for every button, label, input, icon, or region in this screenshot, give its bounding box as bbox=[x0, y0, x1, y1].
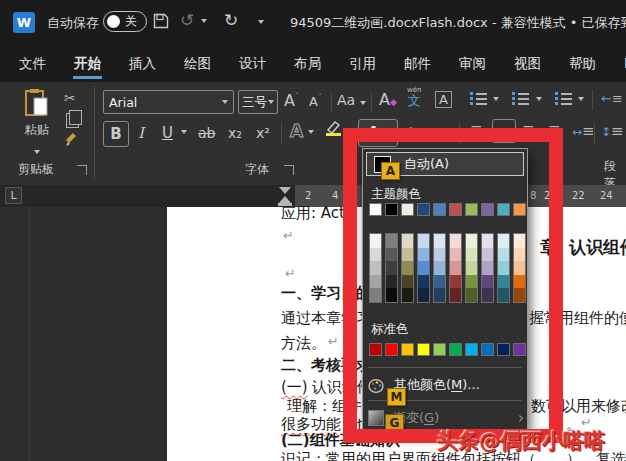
redo-icon[interactable]: ↻ bbox=[224, 10, 238, 30]
doc-heading: 认识组件 bbox=[569, 238, 626, 258]
tab-layout[interactable]: 布局 bbox=[293, 49, 322, 79]
hanging-indent-marker[interactable] bbox=[279, 196, 291, 203]
numbering-chevron-icon[interactable] bbox=[536, 97, 542, 101]
tab-mailings[interactable]: 邮件 bbox=[403, 49, 432, 79]
tab-home[interactable]: 开始 bbox=[73, 49, 102, 79]
document-title: 94509二维动画.docxFlash.docx - 兼容性模式 • 已保存到这… bbox=[290, 14, 626, 32]
paste-label: 粘贴 bbox=[14, 122, 60, 139]
autosave-toggle[interactable]: 关 bbox=[103, 11, 147, 32]
font-name-chevron-icon bbox=[222, 100, 228, 104]
first-line-indent-marker[interactable] bbox=[279, 187, 291, 194]
clipboard-icon bbox=[24, 88, 50, 118]
clear-formatting-button[interactable]: A◆ bbox=[379, 90, 397, 109]
undo-icon[interactable]: ↺ bbox=[180, 10, 194, 30]
font-dialog-launcher-icon[interactable] bbox=[284, 165, 294, 175]
highlighter-pen-icon bbox=[324, 120, 342, 136]
doc-line: 方法。 bbox=[281, 335, 326, 352]
tab-review[interactable]: 审阅 bbox=[458, 49, 487, 79]
line-spacing-button[interactable]: ↕≡ bbox=[601, 121, 624, 140]
numbering-icon[interactable] bbox=[512, 92, 529, 105]
ribbon-tab-bar: 文件 开始 插入 绘图 设计 布局 引用 邮件 审阅 视图 帮助 PDF工具集 … bbox=[0, 45, 626, 82]
text-effects-button[interactable]: A bbox=[290, 121, 303, 141]
tab-help[interactable]: 帮助 bbox=[568, 49, 597, 79]
divider bbox=[592, 90, 593, 110]
quick-access-overflow-icon[interactable] bbox=[258, 20, 264, 24]
distribute-arrows-icon: ↔ bbox=[572, 125, 582, 139]
bold-button[interactable]: B bbox=[103, 121, 129, 147]
word-logo-icon[interactable]: W bbox=[13, 12, 35, 33]
font-name-value: Arial bbox=[109, 95, 137, 110]
ruler-number: 22 bbox=[572, 190, 585, 201]
group-divider bbox=[94, 86, 95, 178]
grow-font-button[interactable]: Aˆ bbox=[284, 91, 299, 110]
clipboard-dialog-launcher-icon[interactable] bbox=[77, 165, 87, 175]
pilcrow-mark: ↵ bbox=[328, 335, 339, 350]
divider bbox=[331, 92, 332, 112]
phonetic-guide-button[interactable]: wén 文 bbox=[407, 86, 421, 110]
word-application-window: { "titlebar": { "app_initial": "W", "aut… bbox=[0, 0, 626, 461]
annotation-rectangle bbox=[343, 128, 563, 443]
clipboard-group-label: 剪贴板 bbox=[18, 161, 54, 178]
multilevel-list-icon[interactable] bbox=[555, 92, 572, 105]
shrink-font-button[interactable]: Aˇ bbox=[309, 93, 322, 109]
font-group-label: 字体 bbox=[245, 161, 269, 178]
distributed-button[interactable]: ↔≡ bbox=[572, 121, 595, 140]
underline-button[interactable]: U bbox=[162, 124, 173, 142]
ruler-number: 2 bbox=[305, 190, 311, 201]
tab-draw[interactable]: 绘图 bbox=[183, 49, 212, 79]
autosave-label: 自动保存 bbox=[47, 14, 99, 32]
ruler-number: 24 bbox=[600, 190, 613, 201]
tab-design[interactable]: 设计 bbox=[238, 49, 267, 79]
divider bbox=[594, 122, 595, 144]
doc-line: 应用: Acti bbox=[281, 205, 349, 222]
bullets-icon[interactable] bbox=[470, 92, 487, 105]
divider bbox=[281, 122, 282, 144]
pane-divider bbox=[29, 207, 30, 461]
highlight-color-button[interactable] bbox=[324, 120, 342, 140]
decrease-indent-icon[interactable]: ←≡ bbox=[601, 91, 623, 106]
change-case-chevron-icon bbox=[360, 101, 366, 105]
paste-chevron-icon bbox=[34, 150, 40, 154]
superscript-button[interactable]: x² bbox=[256, 125, 270, 141]
tab-stop-selector[interactable]: L bbox=[5, 187, 22, 204]
character-border-button[interactable]: A bbox=[435, 91, 452, 108]
underline-chevron-icon[interactable] bbox=[181, 130, 187, 134]
pilcrow-mark: ↵ bbox=[283, 229, 294, 244]
subscript-button[interactable]: x₂ bbox=[228, 125, 242, 141]
toggle-knob-icon bbox=[107, 15, 120, 28]
text-effects-chevron-icon[interactable] bbox=[308, 130, 314, 134]
pilcrow-mark: ↵ bbox=[285, 267, 296, 282]
doc-line-spellcheck: (一) bbox=[281, 379, 308, 396]
watermark-text: 头条@偶西小嗒嗒 bbox=[437, 427, 605, 455]
line-spacing-arrow-icon: ↕ bbox=[601, 125, 611, 139]
tab-references[interactable]: 引用 bbox=[348, 49, 377, 79]
strikethrough-button[interactable]: ab bbox=[198, 125, 215, 141]
tab-view[interactable]: 视图 bbox=[513, 49, 542, 79]
font-size-value: 三号 bbox=[242, 94, 267, 111]
change-case-button[interactable]: Aa bbox=[337, 92, 366, 108]
divider bbox=[371, 92, 372, 112]
copy-icon[interactable] bbox=[66, 113, 79, 128]
tab-file[interactable]: 文件 bbox=[18, 49, 47, 79]
autosave-state: 关 bbox=[125, 13, 137, 30]
font-name-combo[interactable]: Arial bbox=[103, 90, 234, 114]
font-size-combo[interactable]: 三号 bbox=[238, 90, 278, 114]
undo-chevron-icon[interactable] bbox=[201, 19, 207, 23]
tab-insert[interactable]: 插入 bbox=[128, 49, 157, 79]
cut-icon[interactable]: ✂ bbox=[64, 90, 76, 106]
ruler-number: 4 bbox=[332, 190, 338, 201]
multilevel-chevron-icon[interactable] bbox=[578, 97, 584, 101]
format-painter-icon[interactable] bbox=[63, 130, 80, 147]
font-size-chevron-icon bbox=[268, 100, 274, 104]
save-icon[interactable] bbox=[153, 13, 169, 29]
italic-button[interactable]: I bbox=[138, 124, 144, 142]
title-bar: W 自动保存 关 ↺ ↻ 94509二维动画.docxFlash.docx - … bbox=[0, 0, 626, 45]
paste-button[interactable]: 粘贴 bbox=[14, 88, 60, 150]
bullets-chevron-icon[interactable] bbox=[493, 97, 499, 101]
